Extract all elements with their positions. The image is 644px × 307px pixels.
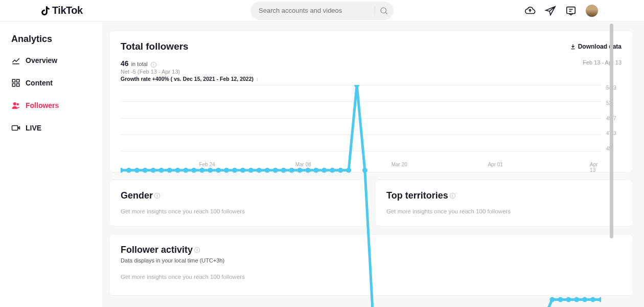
svg-point-40 (338, 168, 343, 173)
send-icon[interactable] (545, 5, 556, 16)
svg-point-17 (151, 168, 156, 173)
sidebar: Analytics Overview Content Followers (0, 21, 102, 307)
svg-point-21 (183, 168, 188, 173)
svg-point-20 (175, 168, 180, 173)
svg-point-10 (17, 103, 19, 106)
main-content: Total followers Download data 46 in tota… (102, 21, 644, 307)
svg-point-0 (381, 8, 386, 13)
scrollbar-thumb[interactable] (610, 24, 613, 238)
svg-point-69 (574, 297, 579, 302)
sidebar-item-content[interactable]: Content (11, 78, 102, 87)
live-icon (11, 123, 20, 133)
avatar[interactable] (586, 5, 598, 17)
svg-point-41 (346, 168, 351, 173)
svg-point-25 (216, 168, 221, 173)
search-input[interactable] (259, 7, 371, 14)
follower-count: 46 (121, 59, 129, 68)
followers-chart: 54.3 52 49.7 47.3 45 Feb 24Mar 08Mar 20A… (121, 85, 622, 162)
content-icon (11, 78, 20, 87)
svg-rect-7 (12, 84, 15, 86)
svg-point-70 (582, 297, 587, 302)
search-bar[interactable] (250, 2, 394, 20)
svg-rect-6 (17, 79, 19, 82)
svg-rect-5 (12, 79, 15, 82)
svg-point-30 (257, 168, 262, 173)
svg-point-33 (281, 168, 286, 173)
sidebar-item-label: Overview (26, 56, 57, 64)
svg-point-66 (549, 297, 555, 302)
overview-icon (11, 56, 20, 65)
sidebar-item-label: Content (26, 79, 53, 87)
followers-icon (11, 101, 20, 110)
svg-point-9 (13, 102, 16, 105)
svg-point-67 (558, 297, 563, 302)
svg-point-36 (305, 168, 310, 173)
sidebar-item-live[interactable]: LIVE (11, 123, 102, 133)
svg-point-29 (248, 168, 254, 173)
chart-date-range: Feb 13 - Apr 13 (583, 59, 622, 65)
logo-text: TikTok (52, 5, 83, 16)
card-title: Total followers (121, 41, 189, 52)
sidebar-item-label: Followers (26, 101, 59, 109)
scrollbar[interactable] (610, 21, 614, 307)
svg-point-27 (232, 168, 237, 173)
svg-point-34 (289, 168, 294, 173)
svg-point-23 (199, 168, 204, 173)
svg-rect-2 (567, 7, 576, 13)
svg-point-42 (354, 85, 359, 87)
search-icon[interactable] (379, 6, 388, 15)
in-total-label: in total (131, 61, 148, 67)
upload-cloud-icon[interactable] (524, 5, 536, 16)
svg-point-24 (208, 168, 213, 173)
svg-point-38 (321, 168, 327, 173)
svg-point-16 (143, 168, 148, 173)
svg-rect-11 (12, 126, 18, 130)
svg-point-43 (362, 168, 367, 173)
net-line: Net -5 (Feb 13 - Apr 13) (121, 69, 259, 75)
growth-line: Growth rate +400% ( vs. Dec 15, 2021 - F… (121, 76, 254, 82)
svg-point-13 (121, 168, 123, 173)
svg-rect-8 (17, 84, 19, 86)
arrow-down-icon: ↓ (256, 76, 259, 82)
chart-line (121, 85, 601, 307)
sidebar-item-label: LIVE (26, 124, 41, 132)
svg-point-31 (265, 168, 270, 173)
chart-y-axis: 54.3 52 49.7 47.3 45 (606, 85, 622, 151)
svg-point-22 (191, 168, 196, 173)
svg-point-32 (273, 168, 278, 173)
download-icon (570, 43, 576, 50)
svg-point-26 (224, 168, 229, 173)
download-label: Download data (578, 43, 622, 50)
svg-point-14 (126, 168, 131, 173)
svg-point-18 (159, 168, 164, 173)
svg-point-68 (566, 297, 571, 302)
svg-point-37 (313, 168, 318, 173)
svg-point-15 (134, 168, 140, 173)
tiktok-logo[interactable]: TikTok (41, 5, 83, 16)
svg-point-71 (590, 297, 595, 302)
svg-line-1 (385, 12, 387, 14)
svg-point-28 (240, 168, 245, 173)
sidebar-item-overview[interactable]: Overview (11, 56, 102, 65)
sidebar-heading: Analytics (11, 34, 102, 45)
svg-point-39 (330, 168, 335, 173)
info-icon[interactable]: i (151, 62, 156, 68)
followers-summary: 46 in total i Net -5 (Feb 13 - Apr 13) G… (121, 59, 259, 82)
search-divider (375, 6, 375, 16)
total-followers-card: Total followers Download data 46 in tota… (109, 31, 633, 172)
svg-point-35 (297, 168, 302, 173)
inbox-icon[interactable] (565, 5, 577, 16)
svg-point-72 (599, 297, 601, 302)
top-actions (524, 5, 598, 17)
sidebar-item-followers[interactable]: Followers (11, 101, 102, 110)
tiktok-note-icon (41, 5, 51, 16)
top-bar: TikTok (0, 0, 644, 21)
svg-point-19 (167, 168, 172, 173)
